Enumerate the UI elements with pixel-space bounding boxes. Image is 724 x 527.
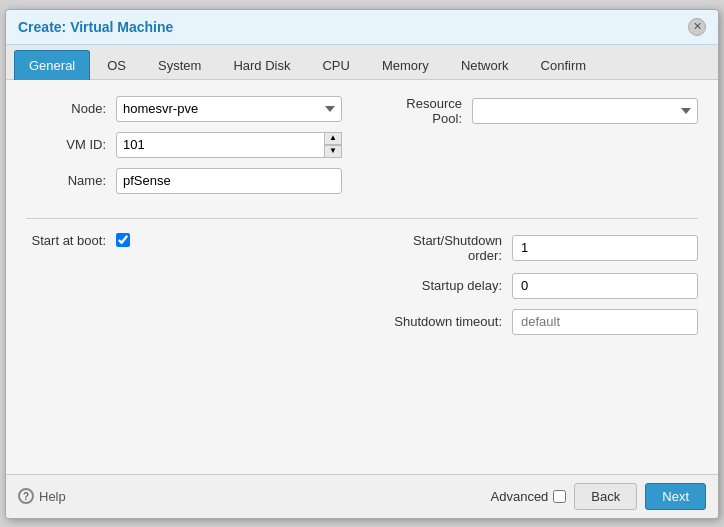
start-at-boot-row: Start at boot: (26, 233, 342, 248)
name-input[interactable] (116, 168, 342, 194)
advanced-checkbox[interactable] (553, 490, 566, 503)
dialog-header: Create: Virtual Machine ✕ (6, 10, 718, 45)
back-button[interactable]: Back (574, 483, 637, 510)
footer-left: ? Help (18, 488, 66, 504)
startup-delay-row: Startup delay: (382, 273, 698, 299)
vmid-spin-up[interactable]: ▲ (324, 132, 342, 145)
advanced-wrapper: Advanced (491, 489, 567, 504)
resource-pool-select[interactable] (472, 98, 698, 124)
tab-general[interactable]: General (14, 50, 90, 80)
resource-pool-label: Resource Pool: (382, 96, 472, 126)
help-icon: ? (18, 488, 34, 504)
vmid-input[interactable] (116, 132, 342, 158)
form-content: Node: homesvr-pve VM ID: ▲ ▼ (6, 80, 718, 474)
name-label: Name: (26, 173, 116, 188)
node-select[interactable]: homesvr-pve (116, 96, 342, 122)
form-section-top: Node: homesvr-pve VM ID: ▲ ▼ (26, 96, 698, 204)
vmid-spinner-btns: ▲ ▼ (324, 132, 342, 158)
startup-delay-label: Startup delay: (382, 278, 512, 293)
startup-delay-input[interactable] (512, 273, 698, 299)
tab-cpu[interactable]: CPU (307, 50, 364, 80)
tab-confirm[interactable]: Confirm (526, 50, 602, 80)
tab-harddisk[interactable]: Hard Disk (218, 50, 305, 80)
tab-memory[interactable]: Memory (367, 50, 444, 80)
node-label: Node: (26, 101, 116, 116)
node-row: Node: homesvr-pve (26, 96, 342, 122)
shutdown-timeout-input[interactable] (512, 309, 698, 335)
vmid-row: VM ID: ▲ ▼ (26, 132, 342, 158)
resource-pool-row: Resource Pool: (382, 96, 698, 126)
node-select-wrapper: homesvr-pve (116, 96, 342, 122)
dialog-title: Create: Virtual Machine (18, 19, 173, 35)
startup-section: Start/Shutdown order: Startup delay: Shu… (382, 233, 698, 345)
footer-right: Advanced Back Next (491, 483, 706, 510)
tab-system[interactable]: System (143, 50, 216, 80)
vmid-spin-down[interactable]: ▼ (324, 145, 342, 158)
start-at-boot-section: Start at boot: (26, 233, 342, 345)
advanced-label: Advanced (491, 489, 549, 504)
tab-bar: General OS System Hard Disk CPU Memory N… (6, 45, 718, 80)
start-shutdown-order-label: Start/Shutdown order: (382, 233, 512, 263)
next-button[interactable]: Next (645, 483, 706, 510)
close-button[interactable]: ✕ (688, 18, 706, 36)
help-button[interactable]: ? Help (18, 488, 66, 504)
dialog-footer: ? Help Advanced Back Next (6, 474, 718, 518)
shutdown-timeout-label: Shutdown timeout: (382, 314, 512, 329)
form-right: Resource Pool: (382, 96, 698, 204)
help-label: Help (39, 489, 66, 504)
name-row: Name: (26, 168, 342, 194)
create-vm-dialog: Create: Virtual Machine ✕ General OS Sys… (5, 9, 719, 519)
form-section-bottom: Start at boot: Start/Shutdown order: Sta… (26, 233, 698, 345)
tab-network[interactable]: Network (446, 50, 524, 80)
tab-os[interactable]: OS (92, 50, 141, 80)
resource-pool-select-wrapper (472, 98, 698, 124)
start-at-boot-label: Start at boot: (26, 233, 116, 248)
start-shutdown-order-input[interactable] (512, 235, 698, 261)
close-icon: ✕ (693, 20, 702, 33)
form-left: Node: homesvr-pve VM ID: ▲ ▼ (26, 96, 342, 204)
vmid-label: VM ID: (26, 137, 116, 152)
vmid-spinner: ▲ ▼ (116, 132, 342, 158)
start-at-boot-checkbox-wrapper (116, 233, 130, 247)
start-at-boot-checkbox[interactable] (116, 233, 130, 247)
form-divider (26, 218, 698, 219)
start-shutdown-order-row: Start/Shutdown order: (382, 233, 698, 263)
shutdown-timeout-row: Shutdown timeout: (382, 309, 698, 335)
